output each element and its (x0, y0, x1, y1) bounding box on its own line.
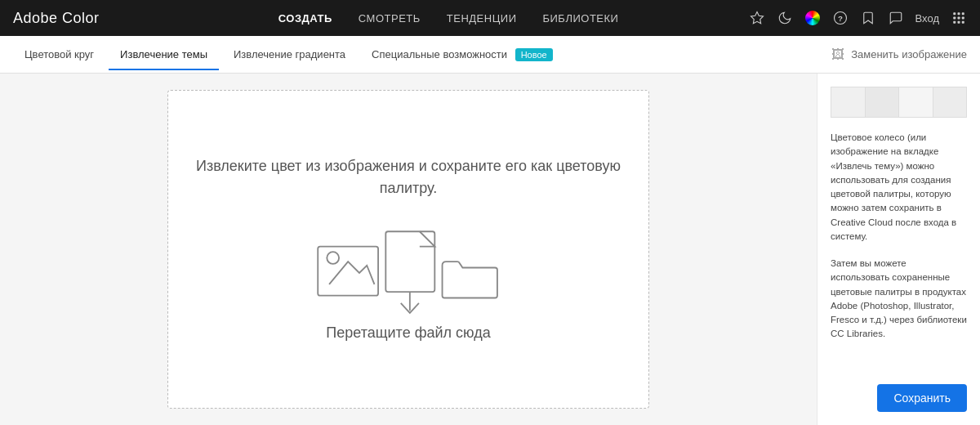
svg-rect-8 (953, 21, 956, 24)
save-button[interactable]: Сохранить (877, 384, 967, 412)
swatch-4 (933, 87, 967, 117)
svg-rect-5 (953, 17, 956, 20)
moon-icon[interactable] (777, 10, 793, 26)
apps-icon[interactable] (951, 10, 967, 26)
tab-accessibility[interactable]: Специальные возможности Новое (360, 38, 564, 70)
header-actions: ? Вход (749, 10, 967, 26)
svg-rect-9 (958, 21, 960, 24)
chat-icon[interactable] (888, 10, 904, 26)
nav-explore[interactable]: СМОТРЕТЬ (359, 12, 421, 25)
color-wheel-icon[interactable] (804, 10, 821, 26)
bookmark-icon[interactable] (860, 10, 876, 26)
tab-extract-theme[interactable]: Извлечение темы (109, 38, 219, 70)
svg-rect-7 (962, 17, 964, 20)
star-icon[interactable] (749, 10, 765, 26)
right-panel: Цветовое колесо (или изображение на вкла… (817, 74, 980, 425)
logo: Adobe Color (13, 10, 100, 27)
nav-libraries[interactable]: БИБЛИОТЕКИ (542, 12, 618, 25)
header: Adobe Color СОЗДАТЬ СМОТРЕТЬ ТЕНДЕНЦИИ Б… (0, 0, 980, 36)
panel-description-1: Цветовое колесо (или изображение на вкла… (831, 131, 967, 244)
image-icon: 🖼 (831, 47, 844, 62)
replace-image-button[interactable]: 🖼 Заменить изображение (831, 47, 967, 62)
dropzone-text-top: Извлеките цвет из изображения и сохранит… (168, 155, 648, 199)
help-icon[interactable]: ? (832, 10, 849, 26)
svg-rect-13 (385, 231, 434, 292)
color-swatches (831, 87, 967, 118)
tab-extract-gradient[interactable]: Извлечение градиента (222, 38, 357, 70)
svg-point-12 (327, 252, 339, 264)
dropzone-text-bottom: Перетащите файл сюда (326, 322, 490, 344)
svg-rect-4 (962, 12, 964, 15)
drop-illustration (310, 224, 506, 322)
svg-rect-10 (962, 21, 964, 24)
swatch-1 (831, 87, 866, 117)
main-content: Извлеките цвет из изображения и сохранит… (0, 74, 980, 425)
panel-description-2: Затем вы можете использовать сохраненные… (831, 257, 967, 342)
svg-rect-6 (958, 17, 960, 20)
subnav: Цветовой круг Извлечение темы Извлечение… (0, 36, 980, 74)
svg-text:?: ? (838, 14, 843, 23)
new-badge: Новое (515, 48, 553, 61)
main-nav: СОЗДАТЬ СМОТРЕТЬ ТЕНДЕНЦИИ БИБЛИОТЕКИ (149, 12, 749, 25)
tab-color-wheel[interactable]: Цветовой круг (13, 38, 105, 70)
nav-trends[interactable]: ТЕНДЕНЦИИ (447, 12, 517, 25)
nav-create[interactable]: СОЗДАТЬ (278, 12, 332, 25)
svg-rect-2 (953, 12, 956, 15)
swatch-2 (866, 87, 900, 117)
svg-rect-3 (958, 12, 960, 15)
dropzone[interactable]: Извлеките цвет из изображения и сохранит… (167, 90, 649, 409)
swatch-3 (899, 87, 933, 117)
sign-in-link[interactable]: Вход (915, 12, 939, 25)
dropzone-wrapper: Извлеките цвет из изображения и сохранит… (0, 74, 817, 425)
